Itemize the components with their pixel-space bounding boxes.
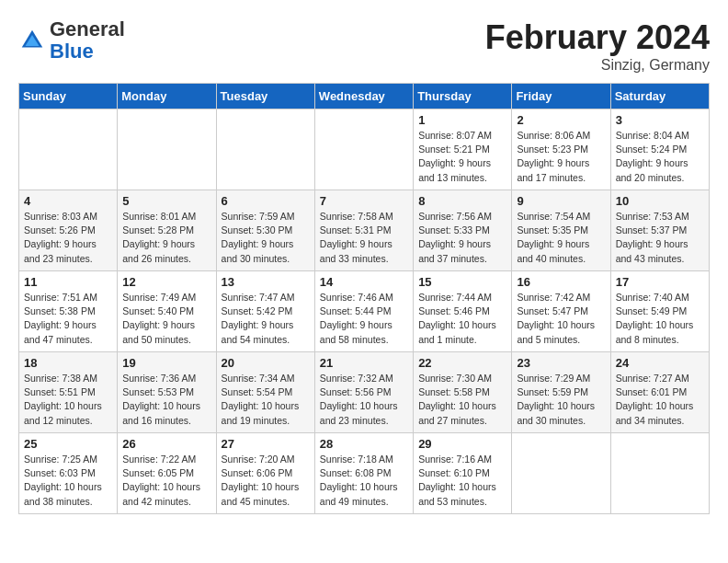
day-info: Sunrise: 7:27 AM Sunset: 6:01 PM Dayligh… [616, 372, 704, 428]
calendar-cell: 6Sunrise: 7:59 AM Sunset: 5:30 PM Daylig… [216, 190, 314, 271]
day-info: Sunrise: 7:18 AM Sunset: 6:08 PM Dayligh… [320, 453, 408, 509]
calendar-cell: 20Sunrise: 7:34 AM Sunset: 5:54 PM Dayli… [216, 352, 314, 433]
weekday-header: Saturday [610, 84, 709, 109]
calendar-cell: 13Sunrise: 7:47 AM Sunset: 5:42 PM Dayli… [216, 271, 314, 352]
calendar-cell: 12Sunrise: 7:49 AM Sunset: 5:40 PM Dayli… [118, 271, 216, 352]
day-info: Sunrise: 7:36 AM Sunset: 5:53 PM Dayligh… [122, 372, 210, 428]
calendar-week: 11Sunrise: 7:51 AM Sunset: 5:38 PM Dayli… [19, 271, 710, 352]
day-number: 14 [320, 275, 408, 289]
day-info: Sunrise: 7:53 AM Sunset: 5:37 PM Dayligh… [616, 210, 704, 266]
day-number: 13 [222, 275, 310, 289]
day-info: Sunrise: 7:46 AM Sunset: 5:44 PM Dayligh… [320, 291, 408, 347]
day-number: 12 [122, 275, 210, 289]
day-info: Sunrise: 7:32 AM Sunset: 5:56 PM Dayligh… [320, 372, 408, 428]
day-info: Sunrise: 7:44 AM Sunset: 5:46 PM Dayligh… [418, 291, 506, 347]
day-number: 18 [24, 356, 112, 370]
calendar-cell: 8Sunrise: 7:56 AM Sunset: 5:33 PM Daylig… [414, 190, 512, 271]
calendar-week: 25Sunrise: 7:25 AM Sunset: 6:03 PM Dayli… [19, 433, 710, 514]
calendar-cell [19, 109, 118, 190]
day-info: Sunrise: 7:20 AM Sunset: 6:06 PM Dayligh… [222, 453, 310, 509]
day-number: 22 [418, 356, 506, 370]
weekday-header: Tuesday [216, 84, 314, 109]
calendar-cell: 19Sunrise: 7:36 AM Sunset: 5:53 PM Dayli… [118, 352, 216, 433]
calendar-cell: 5Sunrise: 8:01 AM Sunset: 5:28 PM Daylig… [118, 190, 216, 271]
calendar-cell: 22Sunrise: 7:30 AM Sunset: 5:58 PM Dayli… [414, 352, 512, 433]
calendar-week: 4Sunrise: 8:03 AM Sunset: 5:26 PM Daylig… [19, 190, 710, 271]
calendar-cell: 16Sunrise: 7:42 AM Sunset: 5:47 PM Dayli… [512, 271, 610, 352]
day-info: Sunrise: 7:30 AM Sunset: 5:58 PM Dayligh… [418, 372, 506, 428]
day-info: Sunrise: 7:58 AM Sunset: 5:31 PM Dayligh… [320, 210, 408, 266]
weekday-header: Monday [118, 84, 216, 109]
weekday-header: Thursday [414, 84, 512, 109]
day-info: Sunrise: 8:01 AM Sunset: 5:28 PM Dayligh… [122, 210, 210, 266]
day-info: Sunrise: 8:07 AM Sunset: 5:21 PM Dayligh… [418, 129, 506, 185]
weekday-header: Wednesday [314, 84, 413, 109]
calendar-body: 1Sunrise: 8:07 AM Sunset: 5:21 PM Daylig… [19, 109, 710, 514]
day-number: 24 [616, 356, 704, 370]
page-header: General Blue February 2024 Sinzig, Germa… [18, 18, 710, 74]
calendar-cell: 10Sunrise: 7:53 AM Sunset: 5:37 PM Dayli… [610, 190, 709, 271]
day-info: Sunrise: 7:42 AM Sunset: 5:47 PM Dayligh… [517, 291, 605, 347]
weekday-row: SundayMondayTuesdayWednesdayThursdayFrid… [19, 84, 710, 109]
day-number: 15 [418, 275, 506, 289]
day-info: Sunrise: 7:40 AM Sunset: 5:49 PM Dayligh… [616, 291, 704, 347]
day-number: 29 [418, 437, 506, 451]
calendar-cell [118, 109, 216, 190]
day-info: Sunrise: 7:16 AM Sunset: 6:10 PM Dayligh… [418, 453, 506, 509]
day-number: 27 [222, 437, 310, 451]
day-number: 6 [222, 194, 310, 208]
month-year: February 2024 [485, 18, 710, 57]
day-number: 1 [418, 113, 506, 127]
calendar-cell: 4Sunrise: 8:03 AM Sunset: 5:26 PM Daylig… [19, 190, 118, 271]
weekday-header: Sunday [19, 84, 118, 109]
calendar-cell: 23Sunrise: 7:29 AM Sunset: 5:59 PM Dayli… [512, 352, 610, 433]
day-number: 7 [320, 194, 408, 208]
logo-general: General [50, 17, 125, 40]
day-info: Sunrise: 7:51 AM Sunset: 5:38 PM Dayligh… [24, 291, 112, 347]
day-number: 25 [24, 437, 112, 451]
day-info: Sunrise: 7:56 AM Sunset: 5:33 PM Dayligh… [418, 210, 506, 266]
day-info: Sunrise: 7:54 AM Sunset: 5:35 PM Dayligh… [517, 210, 605, 266]
day-number: 3 [616, 113, 704, 127]
day-number: 17 [616, 275, 704, 289]
weekday-header: Friday [512, 84, 610, 109]
day-info: Sunrise: 7:47 AM Sunset: 5:42 PM Dayligh… [222, 291, 310, 347]
day-info: Sunrise: 7:38 AM Sunset: 5:51 PM Dayligh… [24, 372, 112, 428]
day-number: 9 [517, 194, 605, 208]
day-info: Sunrise: 8:06 AM Sunset: 5:23 PM Dayligh… [517, 129, 605, 185]
day-number: 21 [320, 356, 408, 370]
calendar-cell [610, 433, 709, 514]
day-info: Sunrise: 7:49 AM Sunset: 5:40 PM Dayligh… [122, 291, 210, 347]
calendar-cell: 3Sunrise: 8:04 AM Sunset: 5:24 PM Daylig… [610, 109, 709, 190]
calendar-week: 18Sunrise: 7:38 AM Sunset: 5:51 PM Dayli… [19, 352, 710, 433]
calendar-cell: 25Sunrise: 7:25 AM Sunset: 6:03 PM Dayli… [19, 433, 118, 514]
day-info: Sunrise: 8:03 AM Sunset: 5:26 PM Dayligh… [24, 210, 112, 266]
day-number: 2 [517, 113, 605, 127]
calendar-cell: 26Sunrise: 7:22 AM Sunset: 6:05 PM Dayli… [118, 433, 216, 514]
calendar-cell: 29Sunrise: 7:16 AM Sunset: 6:10 PM Dayli… [414, 433, 512, 514]
day-number: 8 [418, 194, 506, 208]
calendar-cell: 15Sunrise: 7:44 AM Sunset: 5:46 PM Dayli… [414, 271, 512, 352]
calendar-cell: 9Sunrise: 7:54 AM Sunset: 5:35 PM Daylig… [512, 190, 610, 271]
day-info: Sunrise: 7:34 AM Sunset: 5:54 PM Dayligh… [222, 372, 310, 428]
calendar-table: SundayMondayTuesdayWednesdayThursdayFrid… [18, 83, 710, 514]
logo-blue-text: Blue [50, 40, 94, 63]
day-number: 20 [222, 356, 310, 370]
day-number: 11 [24, 275, 112, 289]
calendar-cell: 18Sunrise: 7:38 AM Sunset: 5:51 PM Dayli… [19, 352, 118, 433]
day-number: 26 [122, 437, 210, 451]
day-number: 4 [24, 194, 112, 208]
logo-icon [18, 27, 46, 54]
day-number: 10 [616, 194, 704, 208]
location: Sinzig, Germany [485, 57, 710, 74]
day-number: 16 [517, 275, 605, 289]
calendar-header: SundayMondayTuesdayWednesdayThursdayFrid… [19, 84, 710, 109]
calendar-cell: 17Sunrise: 7:40 AM Sunset: 5:49 PM Dayli… [610, 271, 709, 352]
calendar-cell: 2Sunrise: 8:06 AM Sunset: 5:23 PM Daylig… [512, 109, 610, 190]
calendar-cell [216, 109, 314, 190]
day-info: Sunrise: 8:04 AM Sunset: 5:24 PM Dayligh… [616, 129, 704, 185]
calendar-week: 1Sunrise: 8:07 AM Sunset: 5:21 PM Daylig… [19, 109, 710, 190]
day-number: 19 [122, 356, 210, 370]
day-info: Sunrise: 7:59 AM Sunset: 5:30 PM Dayligh… [222, 210, 310, 266]
calendar-cell: 24Sunrise: 7:27 AM Sunset: 6:01 PM Dayli… [610, 352, 709, 433]
